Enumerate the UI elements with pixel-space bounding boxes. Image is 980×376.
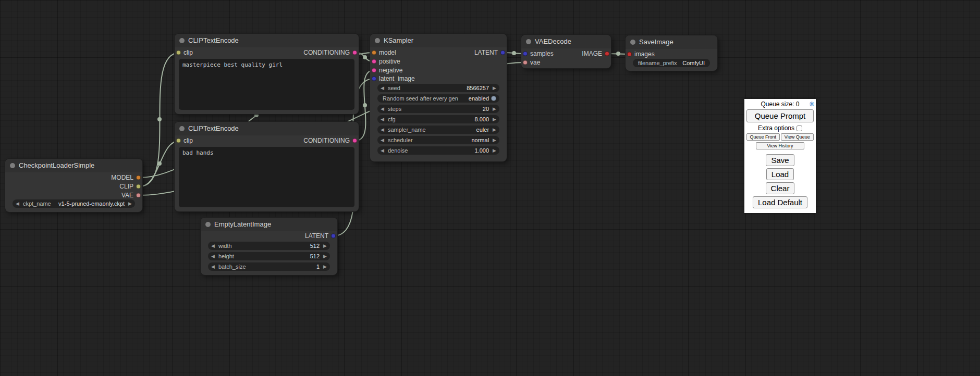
decrement-arrow-icon[interactable]: ◀	[381, 136, 384, 144]
conditioning-port-dot[interactable]	[372, 68, 376, 73]
link-midpoint-dot	[616, 52, 620, 56]
increment-arrow-icon[interactable]: ▶	[128, 199, 132, 208]
seed-widget[interactable]: ◀ seed 8566257 ▶	[377, 84, 499, 92]
decrement-arrow-icon[interactable]: ◀	[211, 252, 215, 260]
cfg-widget[interactable]: ◀ cfg 8.000 ▶	[377, 115, 499, 123]
queue-front-button[interactable]: Queue Front	[746, 133, 780, 141]
port-label: latent_image	[379, 75, 415, 82]
increment-arrow-icon[interactable]: ▶	[493, 84, 496, 92]
increment-arrow-icon[interactable]: ▶	[493, 136, 496, 144]
widget-label: denoise	[388, 147, 408, 154]
port-label: VAE	[121, 192, 133, 199]
settings-gear-icon[interactable]: ❋	[809, 100, 814, 108]
collapse-dot-icon[interactable]	[375, 38, 380, 43]
vae-port-dot[interactable]	[523, 60, 528, 65]
sampler-name-widget[interactable]: ◀ sampler_name euler ▶	[377, 126, 499, 134]
view-history-button[interactable]: View History	[756, 142, 804, 149]
node-title-bar[interactable]: VAEDecode	[521, 35, 611, 48]
decrement-arrow-icon[interactable]: ◀	[381, 126, 384, 134]
node-empty-latent-image[interactable]: EmptyLatentImage LATENT ◀ width 512 ▶ ◀ …	[201, 218, 337, 275]
decrement-arrow-icon[interactable]: ◀	[16, 199, 19, 208]
widget-label: Random seed after every gen	[383, 95, 458, 102]
decrement-arrow-icon[interactable]: ◀	[381, 115, 384, 123]
output-port-conditioning: CONDITIONING	[303, 49, 359, 56]
node-save-image[interactable]: SaveImage images filename_prefix ComfyUI	[626, 35, 717, 71]
input-port-vae: vae	[521, 59, 540, 66]
node-ksampler[interactable]: KSampler model positive negative latent_…	[370, 34, 507, 161]
decrement-arrow-icon[interactable]: ◀	[381, 105, 384, 113]
increment-arrow-icon[interactable]: ▶	[493, 115, 496, 123]
model-port-dot[interactable]	[372, 51, 376, 55]
input-port-negative: negative	[370, 67, 402, 74]
clip-port-dot[interactable]	[176, 51, 181, 55]
height-widget[interactable]: ◀ height 512 ▶	[208, 252, 330, 260]
model-port-dot[interactable]	[136, 176, 141, 180]
width-widget[interactable]: ◀ width 512 ▶	[208, 242, 330, 250]
load-default-button[interactable]: Load Default	[753, 196, 807, 208]
latent-port-dot[interactable]	[331, 234, 336, 239]
node-title-bar[interactable]: KSampler	[370, 34, 507, 47]
increment-arrow-icon[interactable]: ▶	[493, 105, 496, 113]
clear-button[interactable]: Clear	[766, 182, 795, 194]
latent-port-dot[interactable]	[523, 52, 528, 56]
prompt-text-area[interactable]: masterpiece best quality girl	[179, 59, 354, 110]
save-button[interactable]: Save	[766, 154, 794, 166]
random-seed-toggle-widget[interactable]: Random seed after every gen enabled	[377, 94, 499, 103]
clip-port-dot[interactable]	[136, 184, 141, 189]
conditioning-port-dot[interactable]	[352, 51, 357, 55]
node-title-bar[interactable]: EmptyLatentImage	[201, 218, 337, 231]
widget-label: seed	[388, 85, 400, 91]
image-port-dot[interactable]	[605, 52, 609, 56]
image-port-dot[interactable]	[627, 52, 632, 57]
collapse-dot-icon[interactable]	[10, 163, 15, 168]
node-vae-decode[interactable]: VAEDecode samples vae IMAGE	[521, 35, 611, 68]
node-clip-text-encode-negative[interactable]: CLIPTextEncode clip CONDITIONING bad han…	[175, 122, 359, 211]
widget-value: enabled	[469, 95, 489, 102]
filename-prefix-widget[interactable]: filename_prefix ComfyUI	[633, 59, 710, 67]
increment-arrow-icon[interactable]: ▶	[493, 126, 496, 134]
load-button[interactable]: Load	[766, 168, 794, 180]
decrement-arrow-icon[interactable]: ◀	[381, 146, 384, 155]
increment-arrow-icon[interactable]: ▶	[493, 146, 496, 155]
node-title: CLIPTextEncode	[188, 36, 239, 44]
decrement-arrow-icon[interactable]: ◀	[211, 262, 215, 271]
decrement-arrow-icon[interactable]: ◀	[381, 84, 384, 92]
node-checkpoint-loader[interactable]: CheckpointLoaderSimple MODEL CLIP VAE ◀ …	[5, 159, 142, 212]
collapse-dot-icon[interactable]	[630, 40, 635, 45]
collapse-dot-icon[interactable]	[179, 126, 185, 131]
node-title-bar[interactable]: SaveImage	[626, 35, 717, 49]
link-midpoint-dot	[363, 55, 367, 59]
widget-value: euler	[476, 127, 489, 133]
node-title-bar[interactable]: CheckpointLoaderSimple	[5, 159, 142, 172]
node-graph-canvas[interactable]: { "icons": { "arrow_left": "◀", "arrow_r…	[0, 0, 980, 376]
conditioning-port-dot[interactable]	[352, 139, 357, 143]
batch-size-widget[interactable]: ◀ batch_size 1 ▶	[208, 262, 330, 271]
latent-port-dot[interactable]	[500, 51, 505, 55]
conditioning-port-dot[interactable]	[372, 59, 376, 64]
queue-prompt-button[interactable]: Queue Prompt	[746, 109, 814, 122]
clip-port-dot[interactable]	[176, 139, 181, 143]
decrement-arrow-icon[interactable]: ◀	[211, 242, 215, 250]
ckpt-name-widget[interactable]: ◀ ckpt_name v1-5-pruned-emaonly.ckpt ▶	[13, 199, 135, 208]
collapse-dot-icon[interactable]	[179, 38, 185, 43]
node-clip-text-encode-positive[interactable]: CLIPTextEncode clip CONDITIONING masterp…	[175, 34, 359, 114]
scheduler-widget[interactable]: ◀ scheduler normal ▶	[377, 136, 499, 144]
prompt-text-area[interactable]: bad hands	[179, 147, 354, 207]
port-label: negative	[379, 67, 402, 74]
extra-options-checkbox[interactable]	[797, 126, 802, 131]
toggle-knob[interactable]	[491, 96, 496, 101]
steps-widget[interactable]: ◀ steps 20 ▶	[377, 105, 499, 113]
input-port-clip: clip	[175, 49, 193, 56]
node-title-bar[interactable]: CLIPTextEncode	[175, 122, 359, 135]
collapse-dot-icon[interactable]	[205, 222, 211, 227]
increment-arrow-icon[interactable]: ▶	[323, 242, 327, 250]
node-title-bar[interactable]: CLIPTextEncode	[175, 34, 359, 47]
node-title: KSampler	[384, 36, 413, 44]
increment-arrow-icon[interactable]: ▶	[323, 262, 327, 271]
collapse-dot-icon[interactable]	[526, 39, 531, 44]
latent-port-dot[interactable]	[372, 77, 376, 81]
increment-arrow-icon[interactable]: ▶	[323, 252, 327, 260]
vae-port-dot[interactable]	[136, 193, 141, 198]
view-queue-button[interactable]: View Queue	[781, 133, 814, 141]
denoise-widget[interactable]: ◀ denoise 1.000 ▶	[377, 146, 499, 155]
